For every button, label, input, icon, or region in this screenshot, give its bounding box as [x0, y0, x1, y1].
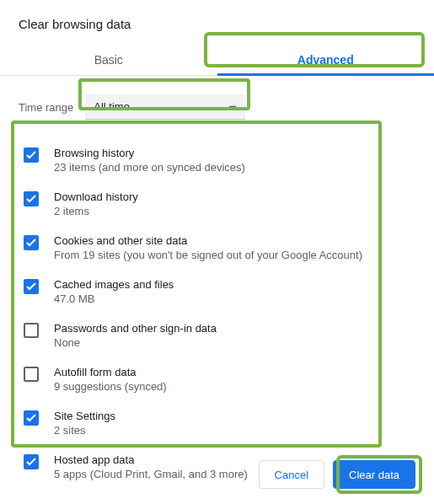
time-range-label: Time range — [19, 101, 73, 114]
data-type-title: Cookies and other site data — [54, 234, 362, 247]
data-type-row: Autofill form data9 suggestions (synced) — [20, 357, 414, 401]
data-type-text: Autofill form data9 suggestions (synced) — [54, 366, 167, 393]
data-type-subtitle: 23 items (and more on synced devices) — [54, 161, 245, 174]
checkbox[interactable] — [24, 191, 39, 206]
data-type-row: Download history2 items — [20, 182, 414, 226]
checkbox[interactable] — [24, 235, 39, 250]
data-type-text: Passwords and other sign-in dataNone — [54, 322, 217, 349]
data-type-subtitle: 2 items — [54, 205, 138, 217]
data-type-text: Cookies and other site dataFrom 19 sites… — [54, 234, 362, 261]
data-type-subtitle: From 19 sites (you won't be signed out o… — [54, 249, 362, 261]
checkbox[interactable] — [24, 454, 39, 469]
data-type-title: Autofill form data — [54, 366, 167, 378]
chevron-down-icon — [228, 101, 237, 114]
checkbox[interactable] — [24, 410, 39, 426]
data-type-subtitle: 5 apps (Cloud Print, Gmail, and 3 more) — [54, 468, 248, 480]
data-type-text: Hosted app data5 apps (Cloud Print, Gmai… — [54, 453, 248, 480]
data-type-list: Browsing history23 items (and more on sy… — [19, 135, 415, 494]
data-type-text: Download history2 items — [54, 190, 138, 217]
data-type-row: Passwords and other sign-in dataNone — [20, 314, 414, 357]
clear-data-button[interactable]: Clear data — [333, 460, 415, 489]
data-type-subtitle: 2 sites — [54, 424, 115, 437]
data-type-text: Cached images and files47.0 MB — [54, 278, 174, 305]
data-type-text: Browsing history23 items (and more on sy… — [54, 147, 245, 174]
data-type-row: Cached images and files47.0 MB — [20, 270, 414, 314]
data-type-title: Hosted app data — [54, 453, 248, 466]
data-type-row: Browsing history23 items (and more on sy… — [20, 138, 414, 182]
time-range-select[interactable]: All time — [85, 94, 245, 120]
dialog-title: Clear browsing data — [19, 17, 415, 31]
cancel-button[interactable]: Cancel — [259, 460, 324, 489]
time-range-value: All time — [94, 100, 130, 113]
checkbox[interactable] — [24, 367, 39, 382]
data-type-subtitle: None — [54, 336, 217, 349]
data-type-title: Download history — [54, 190, 138, 203]
data-type-row: Site Settings2 sites — [20, 401, 414, 445]
tab-basic[interactable]: Basic — [0, 43, 217, 75]
data-type-text: Site Settings2 sites — [54, 410, 115, 437]
data-type-title: Site Settings — [54, 410, 115, 422]
tab-advanced[interactable]: Advanced — [217, 43, 435, 75]
checkbox[interactable] — [24, 147, 39, 163]
data-type-title: Cached images and files — [54, 278, 174, 291]
data-type-row: Cookies and other site dataFrom 19 sites… — [20, 226, 414, 270]
time-range-row: Time range All time — [19, 94, 415, 120]
data-type-title: Browsing history — [54, 147, 245, 159]
tab-bar: Basic Advanced — [0, 43, 434, 76]
data-type-title: Passwords and other sign-in data — [54, 322, 217, 335]
data-type-subtitle: 47.0 MB — [54, 292, 174, 305]
data-type-subtitle: 9 suggestions (synced) — [54, 380, 167, 393]
checkbox[interactable] — [24, 323, 39, 338]
dialog-footer: Cancel Clear data — [259, 460, 415, 489]
checkbox[interactable] — [24, 279, 39, 294]
